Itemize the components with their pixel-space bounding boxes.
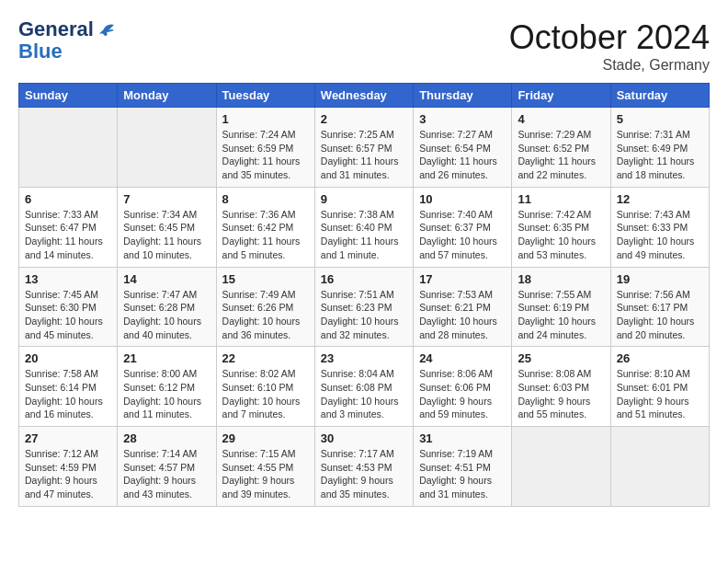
day-header-friday: Friday xyxy=(512,84,610,108)
day-number: 23 xyxy=(321,351,407,365)
day-info: Sunrise: 7:53 AM Sunset: 6:21 PM Dayligh… xyxy=(419,288,506,342)
day-cell: 9Sunrise: 7:38 AM Sunset: 6:40 PM Daylig… xyxy=(314,187,413,267)
day-cell xyxy=(512,427,610,507)
day-info: Sunrise: 7:45 AM Sunset: 6:30 PM Dayligh… xyxy=(25,288,111,342)
day-info: Sunrise: 7:47 AM Sunset: 6:28 PM Dayligh… xyxy=(123,288,210,342)
day-cell: 27Sunrise: 7:12 AM Sunset: 4:59 PM Dayli… xyxy=(19,427,118,507)
day-info: Sunrise: 7:14 AM Sunset: 4:57 PM Dayligh… xyxy=(123,447,210,501)
day-info: Sunrise: 7:12 AM Sunset: 4:59 PM Dayligh… xyxy=(25,447,111,501)
day-cell: 12Sunrise: 7:43 AM Sunset: 6:33 PM Dayli… xyxy=(610,187,709,267)
day-cell: 25Sunrise: 8:08 AM Sunset: 6:03 PM Dayli… xyxy=(512,347,610,427)
week-row-2: 6Sunrise: 7:33 AM Sunset: 6:47 PM Daylig… xyxy=(19,187,710,267)
day-header-tuesday: Tuesday xyxy=(216,84,314,108)
day-info: Sunrise: 8:04 AM Sunset: 6:08 PM Dayligh… xyxy=(321,367,407,421)
logo: General Blue xyxy=(18,18,116,63)
day-number: 29 xyxy=(222,431,309,445)
day-info: Sunrise: 7:51 AM Sunset: 6:23 PM Dayligh… xyxy=(321,288,407,342)
day-number: 3 xyxy=(419,112,506,126)
day-cell: 18Sunrise: 7:55 AM Sunset: 6:19 PM Dayli… xyxy=(512,267,610,347)
day-number: 14 xyxy=(123,272,210,286)
day-cell: 7Sunrise: 7:34 AM Sunset: 6:45 PM Daylig… xyxy=(118,187,216,267)
day-info: Sunrise: 7:27 AM Sunset: 6:54 PM Dayligh… xyxy=(419,128,506,182)
day-info: Sunrise: 7:29 AM Sunset: 6:52 PM Dayligh… xyxy=(518,128,604,182)
day-header-thursday: Thursday xyxy=(414,84,512,108)
logo-general-text: General xyxy=(18,18,94,40)
day-info: Sunrise: 7:36 AM Sunset: 6:42 PM Dayligh… xyxy=(222,208,309,262)
calendar-table: SundayMondayTuesdayWednesdayThursdayFrid… xyxy=(18,83,710,507)
day-cell: 10Sunrise: 7:40 AM Sunset: 6:37 PM Dayli… xyxy=(414,187,512,267)
day-number: 24 xyxy=(419,351,506,365)
day-cell: 4Sunrise: 7:29 AM Sunset: 6:52 PM Daylig… xyxy=(512,108,610,188)
day-cell: 23Sunrise: 8:04 AM Sunset: 6:08 PM Dayli… xyxy=(314,347,413,427)
page-header: General Blue October 2024 Stade, Germany xyxy=(18,18,710,74)
day-info: Sunrise: 8:02 AM Sunset: 6:10 PM Dayligh… xyxy=(222,367,309,421)
day-cell: 5Sunrise: 7:31 AM Sunset: 6:49 PM Daylig… xyxy=(610,108,709,188)
day-number: 6 xyxy=(25,192,111,206)
day-number: 11 xyxy=(518,192,604,206)
day-cell: 17Sunrise: 7:53 AM Sunset: 6:21 PM Dayli… xyxy=(414,267,512,347)
day-number: 1 xyxy=(222,112,309,126)
day-number: 16 xyxy=(321,272,407,286)
week-row-4: 20Sunrise: 7:58 AM Sunset: 6:14 PM Dayli… xyxy=(19,347,710,427)
day-cell: 26Sunrise: 8:10 AM Sunset: 6:01 PM Dayli… xyxy=(610,347,709,427)
day-cell: 3Sunrise: 7:27 AM Sunset: 6:54 PM Daylig… xyxy=(414,108,512,188)
day-cell xyxy=(19,108,118,188)
day-info: Sunrise: 7:38 AM Sunset: 6:40 PM Dayligh… xyxy=(321,208,407,262)
day-number: 30 xyxy=(321,431,407,445)
day-number: 13 xyxy=(25,272,111,286)
day-cell: 21Sunrise: 8:00 AM Sunset: 6:12 PM Dayli… xyxy=(118,347,216,427)
day-info: Sunrise: 7:25 AM Sunset: 6:57 PM Dayligh… xyxy=(321,128,407,182)
week-row-3: 13Sunrise: 7:45 AM Sunset: 6:30 PM Dayli… xyxy=(19,267,710,347)
day-number: 10 xyxy=(419,192,506,206)
day-cell: 2Sunrise: 7:25 AM Sunset: 6:57 PM Daylig… xyxy=(314,108,413,188)
header-row: SundayMondayTuesdayWednesdayThursdayFrid… xyxy=(19,84,710,108)
logo-blue-text: Blue xyxy=(18,40,116,63)
day-number: 12 xyxy=(617,192,703,206)
day-info: Sunrise: 7:24 AM Sunset: 6:59 PM Dayligh… xyxy=(222,128,309,182)
day-info: Sunrise: 8:00 AM Sunset: 6:12 PM Dayligh… xyxy=(123,367,210,421)
day-cell: 8Sunrise: 7:36 AM Sunset: 6:42 PM Daylig… xyxy=(216,187,314,267)
day-number: 27 xyxy=(25,431,111,445)
day-number: 7 xyxy=(123,192,210,206)
title-block: October 2024 Stade, Germany xyxy=(509,18,710,74)
day-number: 17 xyxy=(419,272,506,286)
day-number: 31 xyxy=(419,431,506,445)
day-number: 26 xyxy=(617,351,703,365)
day-cell: 19Sunrise: 7:56 AM Sunset: 6:17 PM Dayli… xyxy=(610,267,709,347)
day-cell: 24Sunrise: 8:06 AM Sunset: 6:06 PM Dayli… xyxy=(414,347,512,427)
day-info: Sunrise: 7:40 AM Sunset: 6:37 PM Dayligh… xyxy=(419,208,506,262)
day-info: Sunrise: 8:08 AM Sunset: 6:03 PM Dayligh… xyxy=(518,367,604,421)
day-info: Sunrise: 7:58 AM Sunset: 6:14 PM Dayligh… xyxy=(25,367,111,421)
month-title: October 2024 xyxy=(509,18,710,57)
day-info: Sunrise: 7:56 AM Sunset: 6:17 PM Dayligh… xyxy=(617,288,703,342)
day-info: Sunrise: 8:10 AM Sunset: 6:01 PM Dayligh… xyxy=(617,367,703,421)
day-info: Sunrise: 7:15 AM Sunset: 4:55 PM Dayligh… xyxy=(222,447,309,501)
day-cell xyxy=(118,108,216,188)
day-info: Sunrise: 7:34 AM Sunset: 6:45 PM Dayligh… xyxy=(123,208,210,262)
day-number: 15 xyxy=(222,272,309,286)
week-row-5: 27Sunrise: 7:12 AM Sunset: 4:59 PM Dayli… xyxy=(19,427,710,507)
day-header-monday: Monday xyxy=(118,84,216,108)
day-info: Sunrise: 7:49 AM Sunset: 6:26 PM Dayligh… xyxy=(222,288,309,342)
day-info: Sunrise: 7:42 AM Sunset: 6:35 PM Dayligh… xyxy=(518,208,604,262)
day-number: 20 xyxy=(25,351,111,365)
day-number: 9 xyxy=(321,192,407,206)
day-number: 8 xyxy=(222,192,309,206)
day-header-saturday: Saturday xyxy=(610,84,709,108)
day-number: 5 xyxy=(617,112,703,126)
logo-bird-icon xyxy=(96,23,116,38)
day-info: Sunrise: 7:43 AM Sunset: 6:33 PM Dayligh… xyxy=(617,208,703,262)
day-info: Sunrise: 7:33 AM Sunset: 6:47 PM Dayligh… xyxy=(25,208,111,262)
week-row-1: 1Sunrise: 7:24 AM Sunset: 6:59 PM Daylig… xyxy=(19,108,710,188)
day-number: 4 xyxy=(518,112,604,126)
day-cell: 30Sunrise: 7:17 AM Sunset: 4:53 PM Dayli… xyxy=(314,427,413,507)
day-info: Sunrise: 7:31 AM Sunset: 6:49 PM Dayligh… xyxy=(617,128,703,182)
day-cell: 11Sunrise: 7:42 AM Sunset: 6:35 PM Dayli… xyxy=(512,187,610,267)
day-cell: 20Sunrise: 7:58 AM Sunset: 6:14 PM Dayli… xyxy=(19,347,118,427)
day-cell: 14Sunrise: 7:47 AM Sunset: 6:28 PM Dayli… xyxy=(118,267,216,347)
logo-general: General xyxy=(18,18,116,40)
day-number: 19 xyxy=(617,272,703,286)
day-cell: 29Sunrise: 7:15 AM Sunset: 4:55 PM Dayli… xyxy=(216,427,314,507)
day-number: 21 xyxy=(123,351,210,365)
day-cell: 28Sunrise: 7:14 AM Sunset: 4:57 PM Dayli… xyxy=(118,427,216,507)
